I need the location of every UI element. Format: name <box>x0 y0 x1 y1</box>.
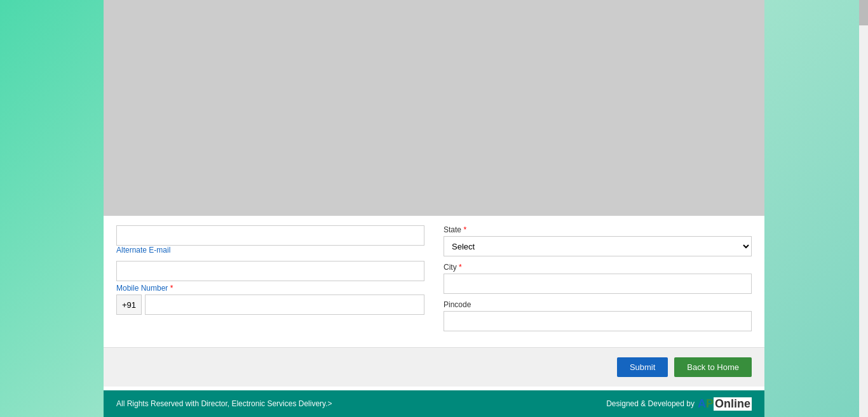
form-row: Alternate E-mail Mobile Number +91 <box>116 225 752 338</box>
city-group: City * <box>444 263 752 294</box>
form-col-right: State * Select City * <box>444 225 752 338</box>
city-label: City * <box>444 263 752 272</box>
submit-button[interactable]: Submit <box>617 357 668 377</box>
main-container: Alternate E-mail Mobile Number +91 <box>104 0 764 417</box>
form-section: Alternate E-mail Mobile Number +91 <box>104 216 764 348</box>
scrollbar-thumb[interactable] <box>859 0 868 25</box>
state-select[interactable]: Select <box>444 236 752 256</box>
gray-content-area <box>104 0 764 216</box>
footer-branding: Designed & Developed by AP Online <box>606 397 752 411</box>
action-bar: Submit Back to Home <box>104 348 764 387</box>
pincode-label: Pincode <box>444 300 752 309</box>
scrollbar-track[interactable] <box>859 0 868 417</box>
state-label: State * <box>444 225 752 234</box>
mobile-number-top-input[interactable] <box>116 261 424 281</box>
footer: All Rights Reserved with Director, Elect… <box>104 390 764 417</box>
state-group: State * Select <box>444 225 752 256</box>
footer-designed-by: Designed & Developed by <box>606 399 695 408</box>
city-input[interactable] <box>444 274 752 294</box>
aponline-logo: AP Online <box>698 397 752 411</box>
pincode-group: Pincode <box>444 300 752 331</box>
mobile-number-label: Mobile Number <box>116 284 424 293</box>
alternate-email-group: Alternate E-mail <box>116 225 424 255</box>
footer-copyright: All Rights Reserved with Director, Elect… <box>116 399 332 408</box>
phone-prefix: +91 <box>116 295 142 315</box>
alternate-email-input[interactable] <box>116 225 424 246</box>
form-col-left: Alternate E-mail Mobile Number +91 <box>116 225 424 338</box>
alternate-email-label: Alternate E-mail <box>116 246 424 255</box>
back-to-home-button[interactable]: Back to Home <box>674 357 752 377</box>
pincode-input[interactable] <box>444 311 752 331</box>
page-wrapper: Alternate E-mail Mobile Number +91 <box>0 0 868 417</box>
mobile-number-group: Mobile Number +91 <box>116 261 424 315</box>
phone-row: +91 <box>116 295 424 315</box>
mobile-number-input[interactable] <box>145 295 424 315</box>
